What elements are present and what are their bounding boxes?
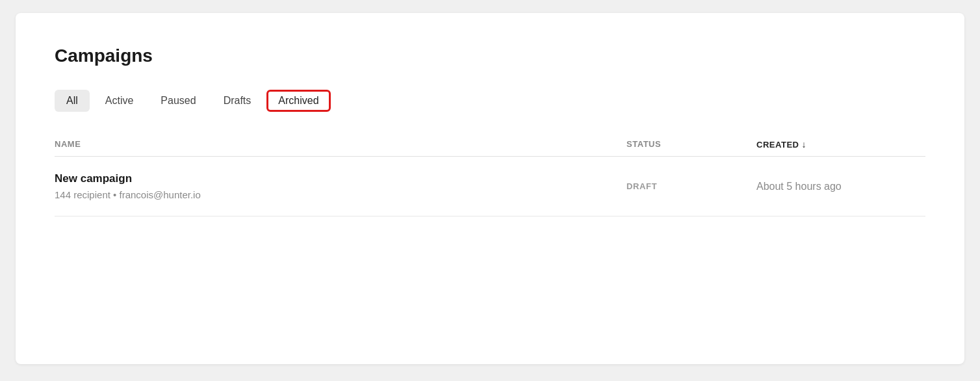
status-badge: DRAFT [626,181,756,191]
table-header: NAME STATUS CREATED ↓ [55,133,925,157]
sort-arrow-icon: ↓ [802,139,807,150]
tab-active[interactable]: Active [94,90,146,112]
campaign-name: New campaign [55,172,626,185]
campaigns-page: Campaigns All Active Paused Drafts Archi… [16,13,964,364]
campaign-info: New campaign 144 recipient • francois@hu… [55,172,626,200]
campaign-meta: 144 recipient • francois@hunter.io [55,189,626,200]
tab-drafts[interactable]: Drafts [212,90,263,112]
col-header-created[interactable]: CREATED ↓ [756,139,925,150]
tab-all[interactable]: All [55,90,90,112]
col-header-name: NAME [55,139,626,150]
table-row[interactable]: New campaign 144 recipient • francois@hu… [55,157,925,217]
page-title: Campaigns [55,46,925,66]
tab-archived[interactable]: Archived [266,90,330,112]
tab-paused[interactable]: Paused [149,90,207,112]
tabs-bar: All Active Paused Drafts Archived [55,90,925,112]
col-header-status: STATUS [626,139,756,150]
created-time: About 5 hours ago [756,181,925,192]
